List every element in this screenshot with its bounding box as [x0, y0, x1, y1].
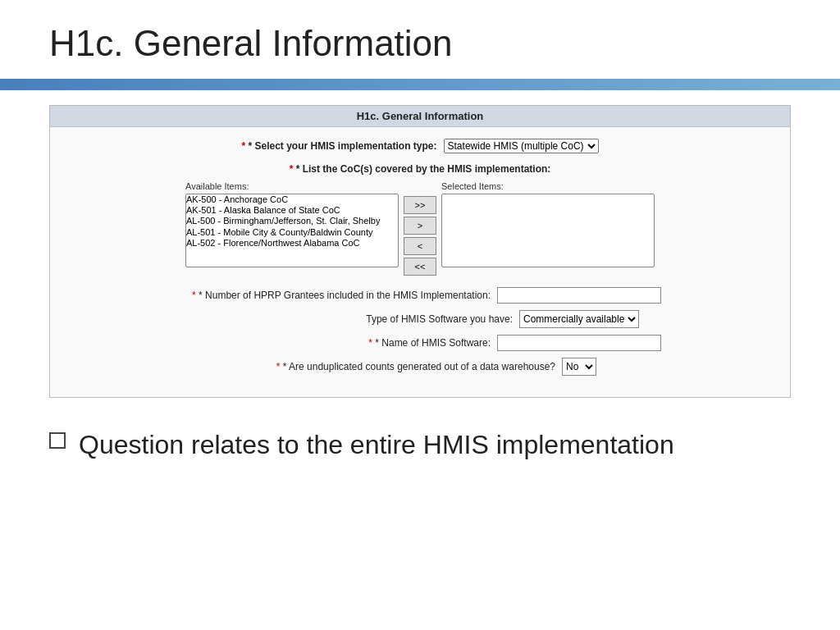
- bullet-checkbox: [49, 432, 66, 449]
- hprp-row: * * Number of HPRP Grantees included in …: [75, 287, 765, 304]
- content-panel: H1c. General Information * * Select your…: [49, 105, 791, 398]
- bullet-text: Question relates to the entire HMIS impl…: [79, 429, 674, 460]
- arrow-buttons: >> > < <<: [404, 196, 436, 276]
- hmis-type-select[interactable]: Statewide HMIS (multiple CoC) Single CoC…: [444, 139, 599, 153]
- selected-list-container: Selected Items:: [441, 181, 655, 267]
- move-right-button[interactable]: >: [404, 217, 436, 235]
- available-items-label: Available Items:: [185, 181, 399, 191]
- panel-body: * * Select your HMIS implementation type…: [50, 127, 790, 397]
- bullet-section: Question relates to the entire HMIS impl…: [0, 413, 840, 460]
- required-marker: *: [241, 140, 245, 152]
- accent-bar: [0, 79, 840, 90]
- hprp-input[interactable]: [497, 287, 661, 304]
- move-left-button[interactable]: <: [404, 237, 436, 255]
- available-items-list[interactable]: AK-500 - Anchorage CoC AK-501 - Alaska B…: [185, 194, 399, 267]
- software-type-row: Type of HMIS Software you have: Commerci…: [75, 310, 765, 328]
- software-name-row: * * Name of HMIS Software:: [75, 335, 765, 351]
- page-title-area: H1c. General Information: [0, 0, 840, 79]
- software-type-label: Type of HMIS Software you have:: [201, 313, 513, 325]
- software-name-label: * * Name of HMIS Software:: [179, 337, 491, 349]
- warehouse-select[interactable]: No Yes: [562, 358, 596, 376]
- hmis-type-label: * * Select your HMIS implementation type…: [241, 140, 436, 152]
- hprp-label: * * Number of HPRP Grantees included in …: [179, 290, 491, 301]
- move-all-right-button[interactable]: >>: [404, 196, 436, 214]
- lower-form: * * Number of HPRP Grantees included in …: [75, 287, 765, 376]
- software-name-input[interactable]: [497, 335, 661, 351]
- warehouse-row: * * Are unduplicated counts generated ou…: [75, 358, 765, 376]
- page-title: H1c. General Information: [49, 23, 791, 64]
- move-all-left-button[interactable]: <<: [404, 258, 436, 276]
- list-section: Available Items: AK-500 - Anchorage CoC …: [75, 181, 765, 276]
- required-marker-coc: *: [290, 163, 294, 175]
- selected-items-list[interactable]: [441, 194, 655, 267]
- panel-header: H1c. General Information: [50, 106, 790, 127]
- available-list-container: Available Items: AK-500 - Anchorage CoC …: [185, 181, 399, 267]
- warehouse-label: * * Are unduplicated counts generated ou…: [244, 361, 555, 372]
- coc-row-label: * * List the CoC(s) covered by the HMIS …: [75, 163, 765, 175]
- hmis-type-row: * * Select your HMIS implementation type…: [75, 139, 765, 153]
- selected-items-label: Selected Items:: [441, 181, 655, 191]
- software-type-select[interactable]: Commercially available Locally developed…: [519, 310, 639, 328]
